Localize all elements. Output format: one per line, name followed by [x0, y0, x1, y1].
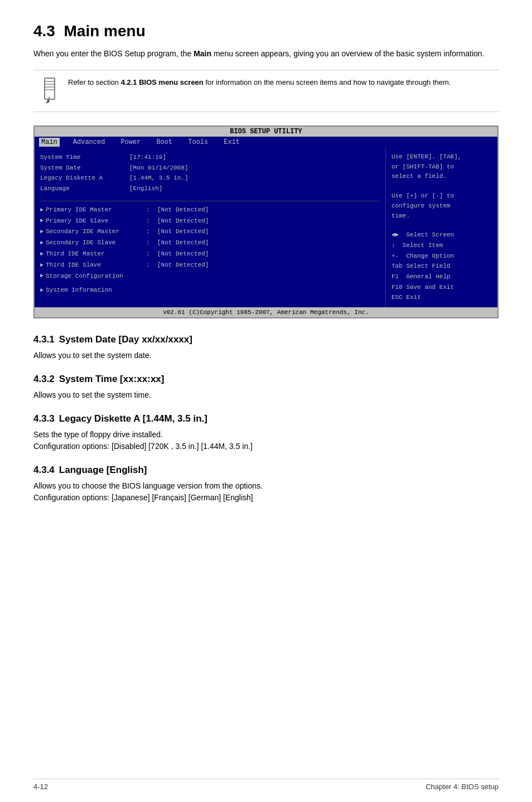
- page-footer: 4-12 Chapter 4: BIOS setup: [33, 779, 499, 791]
- section-title-text: Main menu: [64, 22, 146, 40]
- page-title: 4.3 Main menu: [33, 22, 499, 40]
- arrow-icon: ►: [40, 238, 43, 248]
- note-text: Refer to section 4.2.1 BIOS menu screen …: [68, 77, 451, 88]
- subsection-heading: 4.3.1 System Date [Day xx/xx/xxxx]: [33, 334, 499, 345]
- bios-menu-exit[interactable]: Exit: [221, 138, 242, 147]
- svg-marker-5: [46, 99, 50, 104]
- subsection-4-3-3: 4.3.3 Legacy Diskette A [1.44M, 3.5 in.]…: [33, 413, 499, 452]
- bios-row-primary-master: ► Primary IDE Master : [Not Detected]: [40, 205, 380, 216]
- subsection-4-3-4: 4.3.4 Language [English] Allows you to c…: [33, 465, 499, 504]
- section-number: 4.3: [33, 22, 55, 40]
- subsection-body: Allows you to choose the BIOS language v…: [33, 480, 499, 504]
- bios-right-panel: Use [ENTER]. [TAB], or [SHIFT-TAB] to se…: [386, 148, 497, 307]
- bios-row-system-date: System Date [Mon 01/14/2008]: [40, 163, 380, 173]
- bios-row-primary-slave: ► Primary IDE Slave : [Not Detected]: [40, 216, 380, 227]
- bios-row-secondary-slave: ► Secondary IDE Slave : [Not Detected]: [40, 238, 380, 249]
- bios-row-legacy-diskette: Legacy Diskette A [1.44M, 3.5 in.]: [40, 173, 380, 183]
- subsection-body: Sets the type of floppy drive installed.…: [33, 429, 499, 452]
- arrow-icon: ►: [40, 286, 43, 296]
- bios-row-language: Language [English]: [40, 183, 380, 194]
- arrow-icon: ►: [40, 227, 43, 237]
- bios-row-storage-config: ► Storage Configuration: [40, 271, 380, 282]
- bios-row-third-slave: ► Third IDE Slave : [Not Detected]: [40, 260, 380, 271]
- bios-row-secondary-master: ► Secondary IDE Master : [Not Detected]: [40, 226, 380, 238]
- bios-menu-power[interactable]: Power: [118, 138, 143, 147]
- bios-menu-bar: Main Advanced Power Boot Tools Exit: [35, 137, 497, 148]
- bios-menu-boot[interactable]: Boot: [154, 138, 175, 147]
- arrow-icon: ►: [40, 216, 43, 226]
- subsection-body: Allows you to set the system time.: [33, 389, 499, 401]
- bios-footer: v02.61 (C)Copyright 1985-2007, American …: [35, 307, 497, 317]
- bios-key-legend: ◄► Select Screen ↕ Select Item +- Change…: [391, 230, 492, 303]
- bios-info-group: System Time [17:41:19] System Date [Mon …: [40, 152, 380, 194]
- intro-paragraph: When you enter the BIOS Setup program, t…: [33, 48, 499, 60]
- arrow-icon: ►: [40, 205, 43, 215]
- arrow-icon: ►: [40, 249, 43, 259]
- bios-screen: BIOS SETUP UTILITY Main Advanced Power B…: [33, 125, 499, 318]
- bios-menu-advanced[interactable]: Advanced: [71, 138, 108, 147]
- bios-help-text: Use [ENTER]. [TAB], or [SHIFT-TAB] to se…: [391, 152, 492, 221]
- subsection-4-3-2: 4.3.2 System Time [xx:xx:xx] Allows you …: [33, 374, 499, 401]
- chapter-label: Chapter 4: BIOS setup: [425, 782, 499, 791]
- note-icon: [38, 77, 60, 105]
- page-number: 4-12: [33, 782, 48, 791]
- arrow-icon: ►: [40, 260, 43, 270]
- subsection-body: Allows you to set the system date.: [33, 350, 499, 361]
- bios-menu-main[interactable]: Main: [39, 138, 60, 147]
- subsection-4-3-1: 4.3.1 System Date [Day xx/xx/xxxx] Allow…: [33, 334, 499, 361]
- subsection-heading: 4.3.4 Language [English]: [33, 465, 499, 476]
- arrow-icon: ►: [40, 271, 43, 281]
- subsection-heading: 4.3.3 Legacy Diskette A [1.44M, 3.5 in.]: [33, 413, 499, 424]
- note-box: Refer to section 4.2.1 BIOS menu screen …: [33, 70, 499, 112]
- bios-title-bar: BIOS SETUP UTILITY: [35, 127, 497, 137]
- bios-body: System Time [17:41:19] System Date [Mon …: [35, 148, 497, 307]
- bios-row-system-info: ► System Information: [40, 285, 380, 296]
- subsection-heading: 4.3.2 System Time [xx:xx:xx]: [33, 374, 499, 385]
- bios-divider: [40, 201, 380, 201]
- bios-menu-tools[interactable]: Tools: [186, 138, 210, 147]
- bios-row-third-master: ► Third IDE Master : [Not Detected]: [40, 249, 380, 260]
- bios-row-system-time: System Time [17:41:19]: [40, 152, 380, 163]
- bios-left-panel: System Time [17:41:19] System Date [Mon …: [35, 148, 386, 307]
